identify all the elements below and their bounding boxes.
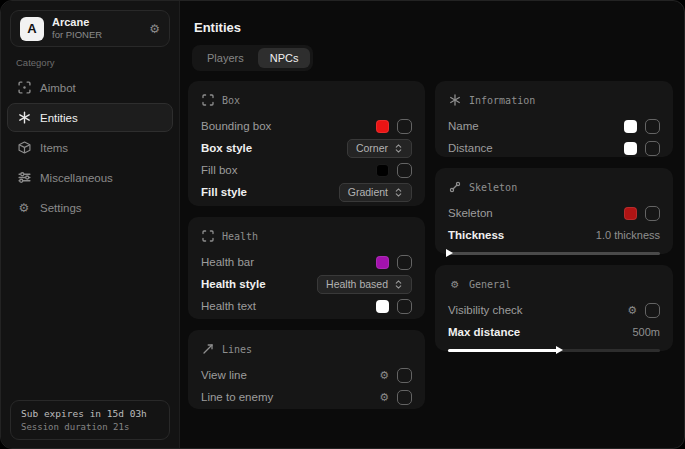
- row-label: Fill box: [201, 164, 237, 176]
- asterisk-icon: [448, 94, 461, 107]
- max-distance-value: 500m: [632, 326, 660, 338]
- card-title: Skeleton: [469, 182, 517, 193]
- row-fill-style: Fill style Gradient: [201, 181, 412, 203]
- slider-handle[interactable]: [556, 346, 563, 354]
- row-health-style: Health style Health based: [201, 273, 412, 295]
- checkbox[interactable]: [645, 141, 660, 156]
- health-card: Health Health bar Health style Health ba…: [188, 217, 425, 319]
- sidebar-item-label: Items: [40, 142, 68, 154]
- row-label: Max distance: [448, 326, 520, 338]
- information-card-header: Information: [448, 92, 660, 108]
- sidebar-item-aimbot[interactable]: Aimbot: [7, 73, 173, 102]
- entities-icon: [17, 111, 31, 125]
- row-health-bar: Health bar: [201, 251, 412, 273]
- color-swatch[interactable]: [624, 120, 637, 133]
- session-duration-text: Session duration 21s: [21, 422, 159, 432]
- corner-brackets-icon: [201, 230, 214, 243]
- row-label: Health style: [201, 278, 266, 290]
- row-visibility-check: Visibility check ⚙: [448, 299, 660, 321]
- checkbox[interactable]: [397, 119, 412, 134]
- sidebar-item-settings[interactable]: ⚙ Settings: [7, 193, 173, 222]
- row-label: Health text: [201, 300, 256, 312]
- brand-gear-icon[interactable]: ⚙: [149, 23, 160, 35]
- max-distance-slider[interactable]: [448, 349, 660, 352]
- skeleton-card-header: Skeleton: [448, 179, 660, 195]
- sidebar-item-miscellaneous[interactable]: Miscellaneous: [7, 163, 173, 192]
- row-box-style: Box style Corner: [201, 137, 412, 159]
- row-label: Name: [448, 120, 479, 132]
- card-title: General: [469, 279, 511, 290]
- fill-style-dropdown[interactable]: Gradient: [339, 183, 412, 202]
- row-distance: Distance: [448, 137, 660, 159]
- category-label: Category: [16, 57, 55, 68]
- checkbox[interactable]: [397, 255, 412, 270]
- dropdown-value: Gradient: [348, 186, 388, 198]
- thickness-slider[interactable]: [448, 252, 660, 255]
- subscription-info-box: Sub expires in 15d 03h Session duration …: [10, 400, 170, 440]
- color-swatch[interactable]: [624, 142, 637, 155]
- checkbox[interactable]: [397, 368, 412, 383]
- sidebar-item-label: Miscellaneous: [40, 172, 113, 184]
- general-gear-icon: ⚙: [448, 278, 461, 291]
- corner-brackets-icon: [201, 94, 214, 107]
- row-thickness: Thickness 1.0 thickness: [448, 224, 660, 246]
- tab-players[interactable]: Players: [195, 48, 256, 68]
- brand-subtitle: for PIONER: [52, 30, 141, 40]
- box-card-header: Box: [201, 92, 412, 108]
- card-title: Information: [469, 95, 535, 106]
- general-card: ⚙ General Visibility check ⚙ Max distanc…: [435, 265, 673, 351]
- checkbox[interactable]: [397, 163, 412, 178]
- row-label: Bounding box: [201, 120, 271, 132]
- card-title: Health: [222, 231, 258, 242]
- sidebar-item-label: Settings: [40, 202, 82, 214]
- box-style-dropdown[interactable]: Corner: [347, 139, 412, 158]
- sidebar-item-items[interactable]: Items: [7, 133, 173, 162]
- checkbox[interactable]: [397, 390, 412, 405]
- brand-logo: A: [20, 17, 44, 41]
- brand-card: A Arcane for PIONER ⚙: [10, 10, 170, 47]
- sub-expires-text: Sub expires in 15d 03h: [21, 408, 159, 419]
- sidebar-item-label: Aimbot: [40, 82, 76, 94]
- card-title: Lines: [222, 344, 252, 355]
- row-label: Visibility check: [448, 304, 523, 316]
- lines-card-header: Lines: [201, 341, 412, 357]
- dropdown-value: Corner: [356, 142, 388, 154]
- unfold-icon: [394, 143, 403, 154]
- color-swatch[interactable]: [624, 207, 637, 220]
- unfold-icon: [394, 279, 403, 290]
- diagonal-arrow-icon: [201, 343, 214, 356]
- color-swatch[interactable]: [376, 300, 389, 313]
- line-to-enemy-settings-gear-icon[interactable]: ⚙: [379, 392, 389, 403]
- row-label: Health bar: [201, 256, 254, 268]
- sidebar-item-label: Entities: [40, 112, 78, 124]
- checkbox[interactable]: [397, 299, 412, 314]
- row-label: Line to enemy: [201, 391, 273, 403]
- row-view-line: View line ⚙: [201, 364, 412, 386]
- information-card: Information Name Distance: [435, 81, 673, 157]
- row-health-text: Health text: [201, 295, 412, 317]
- row-label: Thickness: [448, 229, 504, 241]
- aimbot-icon: [17, 81, 31, 95]
- checkbox[interactable]: [645, 303, 660, 318]
- color-swatch[interactable]: [376, 164, 389, 177]
- checkbox[interactable]: [645, 206, 660, 221]
- color-swatch[interactable]: [376, 256, 389, 269]
- slider-handle[interactable]: [446, 249, 453, 257]
- brand-name: Arcane: [52, 16, 141, 28]
- sidebar-item-entities[interactable]: Entities: [7, 103, 173, 132]
- view-line-settings-gear-icon[interactable]: ⚙: [379, 370, 389, 381]
- page-title: Entities: [194, 20, 241, 35]
- row-name: Name: [448, 115, 660, 137]
- skeleton-card: Skeleton Skeleton Thickness 1.0 thicknes…: [435, 168, 673, 254]
- checkbox[interactable]: [645, 119, 660, 134]
- sidebar-nav: Aimbot Entities Items Miscellaneous: [7, 73, 173, 222]
- tab-npcs[interactable]: NPCs: [258, 48, 311, 68]
- tab-bar: Players NPCs: [192, 45, 313, 71]
- thickness-value: 1.0 thickness: [596, 229, 660, 241]
- visibility-check-settings-gear-icon[interactable]: ⚙: [627, 305, 637, 316]
- general-card-header: ⚙ General: [448, 276, 660, 292]
- health-style-dropdown[interactable]: Health based: [317, 275, 412, 294]
- items-icon: [17, 141, 31, 155]
- color-swatch[interactable]: [376, 120, 389, 133]
- app-window: A Arcane for PIONER ⚙ Category Aimbot En…: [0, 0, 685, 449]
